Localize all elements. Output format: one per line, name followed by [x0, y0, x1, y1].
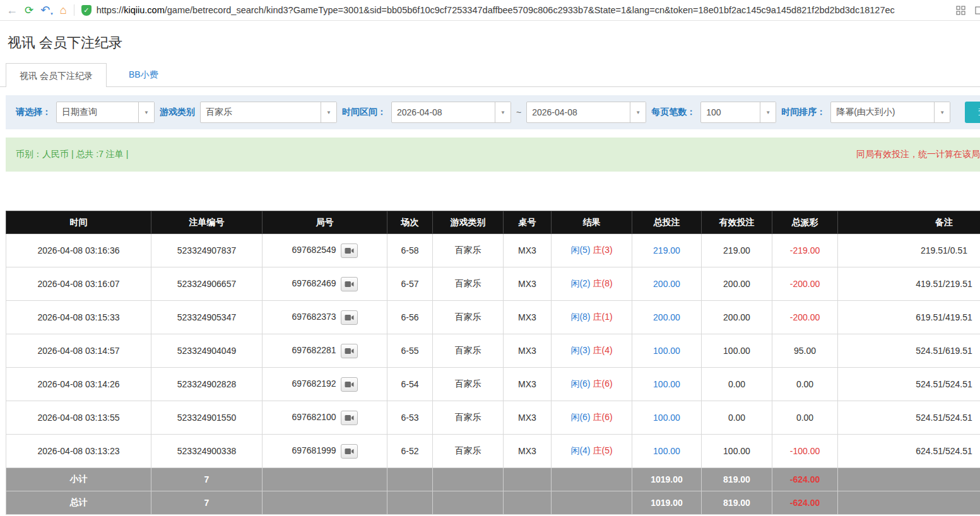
- payout-value: -219.00: [790, 245, 820, 255]
- cell-round-id: 697682549: [263, 234, 387, 267]
- cell-result: 闲(3)庄(4): [552, 334, 632, 368]
- url-text[interactable]: https://kiqiiu.com/game/betrecord_search…: [97, 5, 895, 15]
- time-range-label: 时间区间：: [342, 107, 386, 118]
- page-size-caret-icon[interactable]: ▼: [760, 102, 776, 122]
- cell-round-id: 697682373: [263, 301, 387, 334]
- cell-table-no: MX3: [504, 334, 552, 368]
- filter-bar: 请选择： ▼ 游戏类别 ▼ 时间区间： ▼ ~ ▼ 每页笔数： ▼ 时间排序： …: [6, 95, 980, 129]
- result-banker: 庄(3): [593, 245, 613, 255]
- result-player: 闲(6): [570, 412, 590, 422]
- cell-payout: 0.00: [772, 368, 838, 401]
- total-bet-link[interactable]: 100.00: [653, 446, 680, 456]
- round-id-text: 697682469: [292, 278, 336, 288]
- video-replay-button[interactable]: [341, 277, 358, 291]
- cell-note: 624.51/524.51: [838, 435, 980, 468]
- total-bet-link[interactable]: 219.00: [653, 245, 680, 255]
- sidebar-toggle-icon[interactable]: [975, 6, 980, 15]
- column-header: 有效投注: [702, 211, 772, 234]
- date-from-input[interactable]: [392, 102, 495, 122]
- round-id-text: 697682549: [292, 245, 336, 255]
- table-row: 2026-04-08 03:15:33 523324905347 6976823…: [6, 301, 980, 334]
- payout-value: 0.00: [796, 413, 813, 423]
- column-header: 总派彩: [772, 211, 838, 234]
- total-bet-link[interactable]: 200.00: [653, 279, 680, 289]
- total-bet-link[interactable]: 100.00: [653, 379, 680, 389]
- game-type-select: ▼: [200, 102, 337, 123]
- tab-bet-record[interactable]: 视讯 会员下注纪录: [6, 63, 107, 87]
- page-size-label: 每页笔数：: [651, 107, 695, 118]
- undo-dropdown-caret-icon[interactable]: ▾: [50, 11, 53, 16]
- result-player: 闲(3): [570, 345, 590, 355]
- video-replay-button[interactable]: [341, 310, 358, 325]
- video-replay-button[interactable]: [341, 444, 358, 459]
- cell-valid-bet: 100.00: [702, 435, 772, 468]
- cell-payout: -200.00: [772, 301, 838, 334]
- cell-result: 闲(8)庄(1): [552, 301, 632, 334]
- cell-payout: 95.00: [772, 334, 838, 368]
- sort-order-caret-icon[interactable]: ▼: [934, 102, 950, 122]
- range-separator: ~: [516, 107, 521, 117]
- cell-session: 6-52: [387, 435, 433, 468]
- apps-grid-icon[interactable]: [956, 6, 965, 15]
- total-valid-bet: 819.00: [702, 491, 772, 515]
- video-replay-button[interactable]: [341, 243, 358, 258]
- page-size-input[interactable]: [701, 102, 760, 122]
- sort-order-input[interactable]: [831, 102, 934, 122]
- home-icon[interactable]: ⌂: [60, 4, 67, 16]
- cell-valid-bet: 100.00: [702, 334, 772, 368]
- date-to-caret-icon[interactable]: ▼: [630, 102, 646, 122]
- date-to-input[interactable]: [527, 102, 630, 122]
- back-icon[interactable]: ←: [6, 4, 18, 16]
- video-replay-button[interactable]: [341, 344, 358, 358]
- column-header: 游戏类别: [433, 211, 504, 234]
- video-replay-button[interactable]: [341, 377, 358, 392]
- refresh-icon[interactable]: ⟳: [25, 5, 33, 16]
- query-type-select: ▼: [56, 102, 155, 123]
- search-button[interactable]: 查询: [965, 102, 980, 123]
- column-header: 备注: [838, 211, 980, 234]
- address-bar[interactable]: ✓ https://kiqiiu.com/game/betrecord_sear…: [81, 2, 949, 18]
- cell-time: 2026-04-08 03:15:33: [6, 301, 151, 334]
- cell-session: 6-58: [387, 234, 433, 267]
- cell-time: 2026-04-08 03:16:36: [6, 234, 151, 267]
- total-bet-link[interactable]: 200.00: [653, 312, 680, 322]
- cell-result: 闲(4)庄(5): [552, 435, 632, 468]
- video-replay-button[interactable]: [341, 411, 358, 425]
- query-type-caret-icon[interactable]: ▼: [138, 102, 154, 122]
- url-path: /game/betrecord_search/kind3?GameType=30…: [165, 5, 895, 15]
- date-from-caret-icon[interactable]: ▼: [495, 102, 511, 122]
- round-id-text: 697682281: [292, 345, 336, 355]
- game-type-caret-icon[interactable]: ▼: [321, 102, 336, 122]
- total-bet-link[interactable]: 100.00: [653, 346, 680, 356]
- cell-session: 6-53: [387, 401, 433, 435]
- query-type-input[interactable]: [57, 102, 138, 122]
- cell-bet-id: 523324901550: [151, 401, 263, 435]
- subtotal-payout: -624.00: [772, 468, 838, 491]
- cell-note: 419.51/219.51: [838, 267, 980, 301]
- round-id-text: 697682373: [292, 312, 336, 322]
- cell-time: 2026-04-08 03:14:57: [6, 334, 151, 368]
- bet-notice-text: 同局有效投注，统一计算在该局: [856, 149, 980, 160]
- table-row: 2026-04-08 03:13:23 523324900338 6976819…: [6, 435, 980, 468]
- cell-note: 619.51/419.51: [838, 301, 980, 334]
- total-label: 总计: [6, 491, 151, 515]
- cell-round-id: 697682192: [263, 368, 387, 401]
- payout-value: -200.00: [790, 312, 820, 322]
- result-banker: 庄(5): [593, 445, 613, 455]
- result-player: 闲(5): [570, 245, 590, 255]
- subtotal-total-bet: 1019.00: [632, 468, 702, 491]
- result-player: 闲(4): [570, 445, 590, 455]
- result-player: 闲(2): [570, 278, 590, 288]
- game-type-input[interactable]: [201, 102, 321, 122]
- tab-bb-tip[interactable]: BB小费: [115, 62, 172, 86]
- query-type-label: 请选择：: [16, 107, 51, 118]
- page-size-select: ▼: [700, 102, 776, 123]
- undo-icon[interactable]: ↶ ▾: [40, 4, 53, 16]
- cell-valid-bet: 200.00: [702, 267, 772, 301]
- cell-bet-id: 523324900338: [151, 435, 263, 468]
- cell-valid-bet: 219.00: [702, 234, 772, 267]
- sort-order-label: 时间排序：: [781, 107, 825, 118]
- total-bet-link[interactable]: 100.00: [653, 413, 680, 423]
- result-banker: 庄(1): [593, 312, 613, 322]
- cell-time: 2026-04-08 03:13:55: [6, 401, 151, 435]
